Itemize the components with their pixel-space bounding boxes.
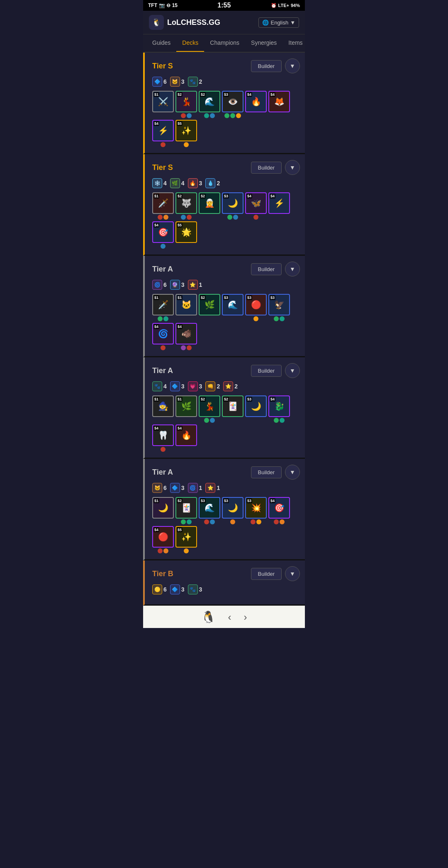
item-dots-2-5 <box>268 316 290 321</box>
champ-card-3-4[interactable]: 🌙$3 <box>245 395 267 423</box>
champ-card-4-2[interactable]: 🌊$3 <box>199 497 220 524</box>
cost-badge-0-7: $5 <box>177 121 183 126</box>
dropdown-button-4[interactable]: ▼ <box>285 465 300 480</box>
synergy-icon-5-2: 🐾 <box>188 584 198 594</box>
dropdown-button-5[interactable]: ▼ <box>285 566 300 581</box>
dropdown-button-1[interactable]: ▼ <box>285 160 300 175</box>
synergy-icon-1-2: 🔥 <box>188 178 198 188</box>
item-dots-4-5 <box>268 519 290 524</box>
champ-card-4-0[interactable]: 🌙$1 <box>152 497 174 524</box>
cost-badge-0-4: $4 <box>246 92 252 97</box>
champ-img-2-6: 🌀$4 <box>152 323 174 344</box>
champ-img-3-6: 🦷$4 <box>152 424 174 446</box>
champ-card-0-6[interactable]: ⚡$4 <box>152 120 174 147</box>
synergy-icon-4-1: 🔷 <box>170 483 180 493</box>
champ-card-0-1[interactable]: 💃$2 <box>175 91 197 118</box>
item-dot-0-3-2 <box>236 113 241 118</box>
builder-button-0[interactable]: Builder <box>251 60 282 72</box>
champ-card-1-4[interactable]: 🦋$4 <box>245 192 267 220</box>
dropdown-button-3[interactable]: ▼ <box>285 363 300 378</box>
champ-card-3-3[interactable]: 🃏$2 <box>222 395 243 423</box>
champ-card-3-7[interactable]: 🔥$4 <box>175 424 197 452</box>
back-button[interactable]: ‹ <box>228 611 231 623</box>
champ-card-3-0[interactable]: 🧙$1 <box>152 395 174 423</box>
synergy-count-4-2: 1 <box>199 485 202 491</box>
nav-guides[interactable]: Guides <box>146 34 176 52</box>
builder-button-1[interactable]: Builder <box>251 162 282 174</box>
builder-button-3[interactable]: Builder <box>251 365 282 377</box>
champ-card-1-0[interactable]: 🗡️$1 <box>152 192 174 220</box>
synergy-item-1-1: 🌿4 <box>170 178 185 188</box>
forward-button[interactable]: › <box>244 611 247 623</box>
synergy-item-3-3: 👊2 <box>205 381 220 391</box>
champ-img-4-1: 🃏$2 <box>175 497 197 519</box>
synergy-icon-3-4: ⭐ <box>223 381 233 391</box>
cost-badge-3-5: $4 <box>270 397 275 402</box>
champ-card-1-5[interactable]: ⚡$4 <box>268 192 290 220</box>
item-dot-0-3-1 <box>230 113 235 118</box>
champ-card-0-3[interactable]: 👁️$3 <box>222 91 243 118</box>
champ-img-3-3: 🃏$2 <box>222 395 243 417</box>
champ-card-2-1[interactable]: 🐱$1 <box>175 294 197 321</box>
home-icon[interactable]: 🐧 <box>201 610 216 624</box>
champ-card-0-2[interactable]: 🌊$2 <box>199 91 220 118</box>
item-dots-0-3 <box>222 113 243 118</box>
champ-card-4-5[interactable]: 🎯$4 <box>268 497 290 524</box>
champ-card-2-3[interactable]: 🌊$3 <box>222 294 243 321</box>
champ-card-0-0[interactable]: ⚔️$1 <box>152 91 174 118</box>
builder-button-2[interactable]: Builder <box>251 263 282 275</box>
nav-decks[interactable]: Decks <box>176 34 204 52</box>
champ-card-3-2[interactable]: 💃$2 <box>199 395 220 423</box>
champ-card-3-5[interactable]: 🐉$4 <box>268 395 290 423</box>
champ-img-2-7: 🐗$4 <box>175 323 197 344</box>
champ-card-2-7[interactable]: 🐗$4 <box>175 323 197 350</box>
champ-card-2-2[interactable]: 🌿$2 <box>199 294 220 321</box>
tier-actions-2: Builder▼ <box>251 262 300 276</box>
synergy-item-0-1: 🐱3 <box>170 77 185 87</box>
champ-card-0-4[interactable]: 🔥$4 <box>245 91 267 118</box>
champ-card-0-7[interactable]: ✨$5 <box>175 120 197 147</box>
nav-champions[interactable]: Champions <box>204 34 245 52</box>
champ-card-4-1[interactable]: 🃏$2 <box>175 497 197 524</box>
language-button[interactable]: 🌐 English ▼ <box>258 17 299 28</box>
champ-card-2-5[interactable]: 🦅$3 <box>268 294 290 321</box>
champ-img-1-3: 🌙$3 <box>222 192 243 214</box>
champ-card-1-7[interactable]: 🌟$5 <box>175 221 197 249</box>
synergies-row-1: ❄️4🌿4🔥3💧2 <box>152 178 300 188</box>
champ-img-1-6: 🎯$4 <box>152 221 174 243</box>
champ-card-4-7[interactable]: ✨$5 <box>175 526 197 553</box>
tier-label-1: Tier S <box>152 163 173 172</box>
champ-card-2-0[interactable]: 🗡️$1 <box>152 294 174 321</box>
dropdown-button-2[interactable]: ▼ <box>285 262 300 276</box>
champ-card-4-6[interactable]: 🔴$4 <box>152 526 174 553</box>
dropdown-button-0[interactable]: ▼ <box>285 58 300 73</box>
item-dots-1-4 <box>245 215 267 220</box>
champ-card-1-2[interactable]: 🧝$2 <box>199 192 220 220</box>
builder-button-5[interactable]: Builder <box>251 568 282 580</box>
synergy-item-1-3: 💧2 <box>205 178 220 188</box>
champ-card-1-3[interactable]: 🌙$3 <box>222 192 243 220</box>
champ-card-2-4[interactable]: 🔴$3 <box>245 294 267 321</box>
champ-card-4-4[interactable]: 💥$3 <box>245 497 267 524</box>
champ-img-4-3: 🌙$3 <box>222 497 243 519</box>
champ-card-3-6[interactable]: 🦷$4 <box>152 424 174 452</box>
synergy-count-1-1: 4 <box>181 180 185 187</box>
champ-img-2-0: 🗡️$1 <box>152 294 174 315</box>
cost-badge-2-0: $1 <box>153 295 159 300</box>
builder-button-4[interactable]: Builder <box>251 466 282 478</box>
champ-card-4-3[interactable]: 🌙$3 <box>222 497 243 524</box>
synergy-count-2-0: 6 <box>163 281 167 288</box>
synergy-count-3-2: 3 <box>199 383 202 390</box>
champ-card-3-1[interactable]: 🌿$1 <box>175 395 197 423</box>
signal-icon: LTE+ <box>278 3 289 8</box>
champ-card-1-6[interactable]: 🎯$4 <box>152 221 174 249</box>
cost-badge-0-2: $2 <box>200 92 206 97</box>
tier-card-3: Tier ABuilder▼🐾4🔷3💗3👊2⭐2🧙$1🌿$1💃$2🃏$2🌙$3🐉… <box>143 357 305 459</box>
champ-card-0-5[interactable]: 🦊$4 <box>268 91 290 118</box>
nav-items[interactable]: Items <box>282 34 305 52</box>
champ-card-1-1[interactable]: 🐺$2 <box>175 192 197 220</box>
champ-img-4-6: 🔴$4 <box>152 526 174 548</box>
nav-synergies[interactable]: Synergies <box>245 34 282 52</box>
item-dot-4-5-0 <box>274 519 279 524</box>
champ-card-2-6[interactable]: 🌀$4 <box>152 323 174 350</box>
